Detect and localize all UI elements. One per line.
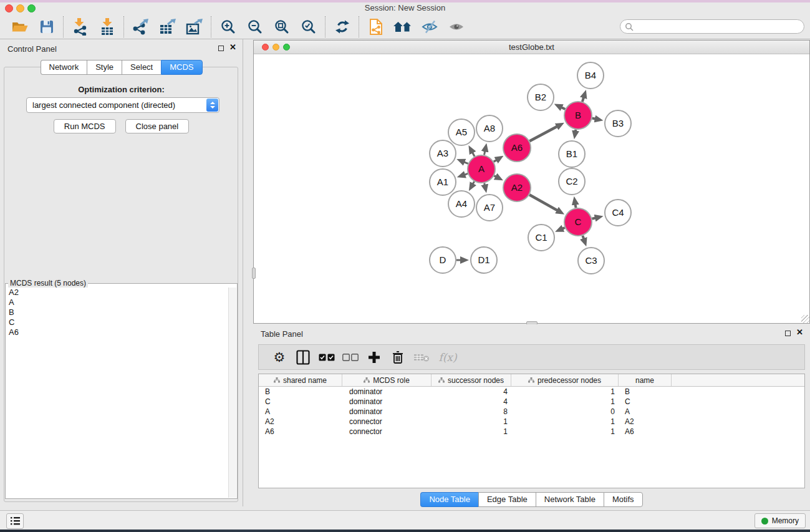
cell-mcds-role[interactable]: dominator xyxy=(342,407,432,416)
column-header-shared-name[interactable]: shared name xyxy=(259,374,342,386)
refresh-button[interactable] xyxy=(329,16,355,37)
optimization-criterion-select[interactable]: largest connected component (directed) xyxy=(26,97,219,113)
cell-predecessor-nodes[interactable]: 1 xyxy=(511,417,619,426)
graph-edge-B-B2[interactable] xyxy=(561,107,565,109)
graph-node-C[interactable]: C xyxy=(564,208,592,236)
graph-node-A7[interactable]: A7 xyxy=(476,195,503,221)
graph-node-B4[interactable]: B4 xyxy=(577,62,604,89)
graph-edge-A-A8[interactable] xyxy=(485,151,485,155)
graph-node-C1[interactable]: C1 xyxy=(528,225,554,251)
tab-network-table[interactable]: Network Table xyxy=(536,492,604,507)
graph-node-C2[interactable]: C2 xyxy=(559,168,585,195)
cell-name[interactable]: A6 xyxy=(619,427,672,436)
graph-edge-A-A4[interactable] xyxy=(473,181,474,184)
zoom-selected-button[interactable] xyxy=(295,16,322,37)
deselect-all-button[interactable] xyxy=(339,348,362,367)
cell-shared-name[interactable]: A6 xyxy=(259,427,342,436)
graph-edge-A-A7[interactable] xyxy=(485,183,485,185)
cell-successor-nodes[interactable]: 1 xyxy=(432,427,511,436)
tab-mcds[interactable]: MCDS xyxy=(161,60,202,75)
graph-edge-A-A5[interactable] xyxy=(473,153,475,157)
list-item[interactable]: A xyxy=(6,297,228,307)
cell-successor-nodes[interactable]: 1 xyxy=(432,417,511,426)
graph-node-A4[interactable]: A4 xyxy=(448,191,475,217)
graph-node-A3[interactable]: A3 xyxy=(430,140,456,167)
hide-graphics-details-button[interactable] xyxy=(416,16,443,37)
graph-edge-A-A2[interactable] xyxy=(494,176,496,177)
list-item[interactable]: A6 xyxy=(6,327,228,337)
import-network-button[interactable] xyxy=(67,16,94,37)
tab-select[interactable]: Select xyxy=(122,60,161,75)
graph-edge-C-C4[interactable] xyxy=(592,218,595,218)
export-network-button[interactable] xyxy=(127,16,154,37)
column-header-name[interactable]: name xyxy=(619,374,672,386)
graph-node-B[interactable]: B xyxy=(564,102,592,129)
cell-successor-nodes[interactable]: 8 xyxy=(432,407,511,416)
cell-mcds-role[interactable]: dominator xyxy=(342,387,432,396)
cell-mcds-role[interactable]: connector xyxy=(342,427,432,436)
cell-shared-name[interactable]: C xyxy=(259,397,342,406)
tab-network[interactable]: Network xyxy=(40,60,87,75)
cell-shared-name[interactable]: A xyxy=(259,407,342,416)
function-builder-button[interactable]: f(x) xyxy=(433,348,462,367)
graph-node-B3[interactable]: B3 xyxy=(605,110,631,137)
graph-edge-C-C3[interactable] xyxy=(582,236,584,239)
open-session-button[interactable] xyxy=(6,16,33,37)
search-input[interactable] xyxy=(634,21,804,32)
list-item[interactable]: C xyxy=(6,317,228,327)
close-panel-icon[interactable]: ✕ xyxy=(229,43,236,52)
cell-predecessor-nodes[interactable]: 1 xyxy=(511,397,619,406)
graph-node-A8[interactable]: A8 xyxy=(476,115,503,142)
graph-node-D[interactable]: D xyxy=(430,247,456,273)
cell-predecessor-nodes[interactable]: 1 xyxy=(511,387,619,396)
cell-successor-nodes[interactable]: 4 xyxy=(432,387,511,396)
delete-table-button[interactable] xyxy=(410,348,433,367)
float-panel-icon[interactable] xyxy=(785,331,791,336)
delete-column-button[interactable] xyxy=(386,348,410,367)
graph-node-B2[interactable]: B2 xyxy=(528,84,554,110)
graph-edge-A6-B[interactable] xyxy=(529,127,557,141)
column-layout-button[interactable] xyxy=(291,348,315,367)
cell-mcds-role[interactable]: dominator xyxy=(342,397,432,406)
graph-edge-C-C2[interactable] xyxy=(576,205,576,208)
zoom-in-button[interactable] xyxy=(215,16,241,37)
import-table-button[interactable] xyxy=(94,16,120,37)
graph-node-A5[interactable]: A5 xyxy=(448,119,475,145)
cell-name[interactable]: B xyxy=(619,387,672,396)
close-panel-button[interactable]: Close panel xyxy=(125,119,190,133)
result-scrollbar[interactable] xyxy=(228,288,236,498)
show-hide-panels-button[interactable] xyxy=(389,16,416,37)
float-panel-icon[interactable] xyxy=(218,46,224,51)
graph-edge-A-A6[interactable] xyxy=(494,160,497,162)
export-table-button[interactable] xyxy=(154,16,181,37)
add-column-button[interactable] xyxy=(362,348,386,367)
cell-predecessor-nodes[interactable]: 1 xyxy=(511,427,619,436)
table-settings-button[interactable]: ⚙ xyxy=(268,348,291,367)
graph-edge-A2-C[interactable] xyxy=(529,195,557,210)
tab-node-table[interactable]: Node Table xyxy=(420,492,478,507)
graph-edge-A-A1[interactable] xyxy=(465,173,468,175)
cell-predecessor-nodes[interactable]: 0 xyxy=(511,407,619,416)
graph-node-A6[interactable]: A6 xyxy=(503,134,531,162)
graph-edge-A-A3[interactable] xyxy=(464,162,468,164)
tab-style[interactable]: Style xyxy=(87,60,122,75)
cell-name[interactable]: A xyxy=(619,407,672,416)
graph-node-D1[interactable]: D1 xyxy=(471,247,497,273)
list-item[interactable]: B xyxy=(6,307,228,317)
cell-successor-nodes[interactable]: 4 xyxy=(432,397,511,406)
table-row[interactable]: A2 connector 1 1 A2 xyxy=(259,417,804,427)
tab-edge-table[interactable]: Edge Table xyxy=(478,492,536,507)
cell-shared-name[interactable]: B xyxy=(259,387,342,396)
new-network-from-selection-button[interactable] xyxy=(362,16,389,37)
cell-name[interactable]: A2 xyxy=(619,417,672,426)
graph-edge-B-B3[interactable] xyxy=(592,118,595,119)
task-history-button[interactable] xyxy=(6,513,24,529)
zoom-out-button[interactable] xyxy=(241,16,268,37)
export-image-button[interactable] xyxy=(181,16,208,37)
graph-edge-B-B4[interactable] xyxy=(582,97,584,102)
select-all-button[interactable] xyxy=(315,348,339,367)
zoom-fit-button[interactable] xyxy=(268,16,295,37)
column-header-successor-nodes[interactable]: successor nodes xyxy=(432,374,511,386)
network-graph-canvas[interactable]: AA1A2A3A4A5A6A7A8BB1B2B3B4CC1C2C3C4DD1 xyxy=(254,54,809,323)
column-header-mcds-role[interactable]: MCDS role xyxy=(342,374,432,386)
